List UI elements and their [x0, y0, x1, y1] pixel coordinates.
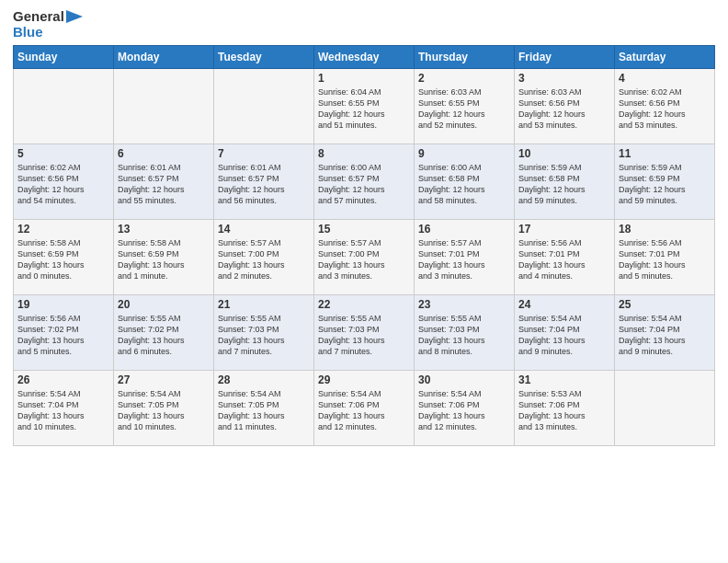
day-number: 13	[118, 223, 210, 236]
calendar-cell: 31Sunrise: 5:53 AM Sunset: 7:06 PM Dayli…	[515, 371, 615, 446]
day-number: 20	[118, 298, 210, 311]
calendar-cell	[615, 371, 715, 446]
day-number: 6	[118, 147, 210, 160]
logo-blue: Blue	[13, 25, 43, 40]
svg-marker-0	[66, 10, 83, 23]
day-number: 10	[518, 147, 610, 160]
day-info: Sunrise: 6:04 AM Sunset: 6:55 PM Dayligh…	[318, 86, 410, 132]
day-number: 14	[218, 223, 310, 236]
calendar-cell	[214, 69, 314, 144]
day-number: 2	[418, 72, 510, 85]
day-number: 4	[619, 72, 711, 85]
calendar-cell: 5Sunrise: 6:02 AM Sunset: 6:56 PM Daylig…	[14, 144, 114, 220]
header-wednesday: Wednesday	[314, 46, 415, 69]
day-info: Sunrise: 5:57 AM Sunset: 7:00 PM Dayligh…	[218, 237, 310, 282]
page-header: General Blue	[13, 9, 715, 40]
calendar-cell: 2Sunrise: 6:03 AM Sunset: 6:55 PM Daylig…	[415, 69, 515, 144]
day-number: 1	[318, 72, 410, 85]
day-number: 27	[118, 373, 210, 386]
calendar-cell: 12Sunrise: 5:58 AM Sunset: 6:59 PM Dayli…	[14, 220, 114, 295]
day-number: 26	[17, 373, 109, 386]
day-info: Sunrise: 5:59 AM Sunset: 6:59 PM Dayligh…	[619, 162, 711, 207]
calendar-week-1: 1Sunrise: 6:04 AM Sunset: 6:55 PM Daylig…	[14, 69, 715, 144]
calendar-cell: 19Sunrise: 5:56 AM Sunset: 7:02 PM Dayli…	[14, 295, 114, 371]
day-number: 17	[518, 223, 610, 236]
day-info: Sunrise: 6:02 AM Sunset: 6:56 PM Dayligh…	[17, 162, 109, 207]
day-info: Sunrise: 5:54 AM Sunset: 7:04 PM Dayligh…	[518, 313, 610, 358]
calendar-cell: 17Sunrise: 5:56 AM Sunset: 7:01 PM Dayli…	[515, 220, 615, 295]
day-info: Sunrise: 6:03 AM Sunset: 6:55 PM Dayligh…	[418, 86, 510, 132]
day-info: Sunrise: 5:54 AM Sunset: 7:05 PM Dayligh…	[118, 388, 210, 433]
calendar-cell: 26Sunrise: 5:54 AM Sunset: 7:04 PM Dayli…	[14, 371, 114, 446]
calendar-cell: 15Sunrise: 5:57 AM Sunset: 7:00 PM Dayli…	[314, 220, 415, 295]
day-info: Sunrise: 5:55 AM Sunset: 7:02 PM Dayligh…	[118, 313, 210, 358]
calendar-table: SundayMondayTuesdayWednesdayThursdayFrid…	[13, 45, 715, 446]
day-number: 24	[518, 298, 610, 311]
day-info: Sunrise: 5:55 AM Sunset: 7:03 PM Dayligh…	[418, 313, 510, 358]
day-number: 25	[619, 298, 711, 311]
calendar-cell: 13Sunrise: 5:58 AM Sunset: 6:59 PM Dayli…	[114, 220, 214, 295]
calendar-cell: 16Sunrise: 5:57 AM Sunset: 7:01 PM Dayli…	[415, 220, 515, 295]
calendar-cell: 8Sunrise: 6:00 AM Sunset: 6:57 PM Daylig…	[314, 144, 415, 220]
calendar-cell: 27Sunrise: 5:54 AM Sunset: 7:05 PM Dayli…	[114, 371, 214, 446]
header-thursday: Thursday	[415, 46, 515, 69]
header-tuesday: Tuesday	[214, 46, 314, 69]
day-info: Sunrise: 5:54 AM Sunset: 7:05 PM Dayligh…	[218, 388, 310, 433]
calendar-cell: 24Sunrise: 5:54 AM Sunset: 7:04 PM Dayli…	[515, 295, 615, 371]
calendar-week-3: 12Sunrise: 5:58 AM Sunset: 6:59 PM Dayli…	[14, 220, 715, 295]
day-info: Sunrise: 6:00 AM Sunset: 6:57 PM Dayligh…	[318, 162, 410, 207]
header-monday: Monday	[114, 46, 214, 69]
calendar-cell: 3Sunrise: 6:03 AM Sunset: 6:56 PM Daylig…	[515, 69, 615, 144]
calendar-cell: 6Sunrise: 6:01 AM Sunset: 6:57 PM Daylig…	[114, 144, 214, 220]
calendar-cell: 14Sunrise: 5:57 AM Sunset: 7:00 PM Dayli…	[214, 220, 314, 295]
day-info: Sunrise: 6:03 AM Sunset: 6:56 PM Dayligh…	[518, 86, 610, 132]
day-info: Sunrise: 5:57 AM Sunset: 7:00 PM Dayligh…	[318, 237, 410, 282]
day-info: Sunrise: 5:54 AM Sunset: 7:04 PM Dayligh…	[619, 313, 711, 358]
day-number: 29	[318, 373, 410, 386]
calendar-cell	[114, 69, 214, 144]
day-number: 22	[318, 298, 410, 311]
day-number: 7	[218, 147, 310, 160]
day-number: 31	[518, 373, 610, 386]
calendar-cell: 9Sunrise: 6:00 AM Sunset: 6:58 PM Daylig…	[415, 144, 515, 220]
day-number: 3	[518, 72, 610, 85]
logo-text-block: General Blue	[13, 9, 83, 40]
day-number: 28	[218, 373, 310, 386]
day-info: Sunrise: 5:55 AM Sunset: 7:03 PM Dayligh…	[218, 313, 310, 358]
day-info: Sunrise: 6:00 AM Sunset: 6:58 PM Dayligh…	[418, 162, 510, 207]
calendar-cell: 29Sunrise: 5:54 AM Sunset: 7:06 PM Dayli…	[314, 371, 415, 446]
logo-flag-icon	[66, 10, 83, 23]
calendar-cell: 1Sunrise: 6:04 AM Sunset: 6:55 PM Daylig…	[314, 69, 415, 144]
calendar-cell: 25Sunrise: 5:54 AM Sunset: 7:04 PM Dayli…	[615, 295, 715, 371]
day-info: Sunrise: 6:02 AM Sunset: 6:56 PM Dayligh…	[619, 86, 711, 132]
calendar-cell: 23Sunrise: 5:55 AM Sunset: 7:03 PM Dayli…	[415, 295, 515, 371]
header-saturday: Saturday	[615, 46, 715, 69]
logo-general: General	[13, 9, 64, 25]
day-info: Sunrise: 5:55 AM Sunset: 7:03 PM Dayligh…	[318, 313, 410, 358]
calendar-cell: 4Sunrise: 6:02 AM Sunset: 6:56 PM Daylig…	[615, 69, 715, 144]
day-number: 8	[318, 147, 410, 160]
day-number: 30	[418, 373, 510, 386]
calendar-header-row: SundayMondayTuesdayWednesdayThursdayFrid…	[14, 46, 715, 69]
day-info: Sunrise: 5:58 AM Sunset: 6:59 PM Dayligh…	[17, 237, 109, 282]
day-info: Sunrise: 6:01 AM Sunset: 6:57 PM Dayligh…	[218, 162, 310, 207]
day-number: 19	[17, 298, 109, 311]
calendar-cell	[14, 69, 114, 144]
logo: General Blue	[13, 9, 83, 40]
header-sunday: Sunday	[14, 46, 114, 69]
day-info: Sunrise: 5:56 AM Sunset: 7:01 PM Dayligh…	[518, 237, 610, 282]
day-number: 15	[318, 223, 410, 236]
header-friday: Friday	[515, 46, 615, 69]
calendar-cell: 11Sunrise: 5:59 AM Sunset: 6:59 PM Dayli…	[615, 144, 715, 220]
day-number: 23	[418, 298, 510, 311]
day-info: Sunrise: 5:54 AM Sunset: 7:06 PM Dayligh…	[418, 388, 510, 433]
calendar-cell: 18Sunrise: 5:56 AM Sunset: 7:01 PM Dayli…	[615, 220, 715, 295]
calendar-cell: 21Sunrise: 5:55 AM Sunset: 7:03 PM Dayli…	[214, 295, 314, 371]
calendar-cell: 30Sunrise: 5:54 AM Sunset: 7:06 PM Dayli…	[415, 371, 515, 446]
day-info: Sunrise: 5:58 AM Sunset: 6:59 PM Dayligh…	[118, 237, 210, 282]
day-info: Sunrise: 6:01 AM Sunset: 6:57 PM Dayligh…	[118, 162, 210, 207]
day-info: Sunrise: 5:57 AM Sunset: 7:01 PM Dayligh…	[418, 237, 510, 282]
day-number: 5	[17, 147, 109, 160]
day-number: 16	[418, 223, 510, 236]
day-number: 18	[619, 223, 711, 236]
